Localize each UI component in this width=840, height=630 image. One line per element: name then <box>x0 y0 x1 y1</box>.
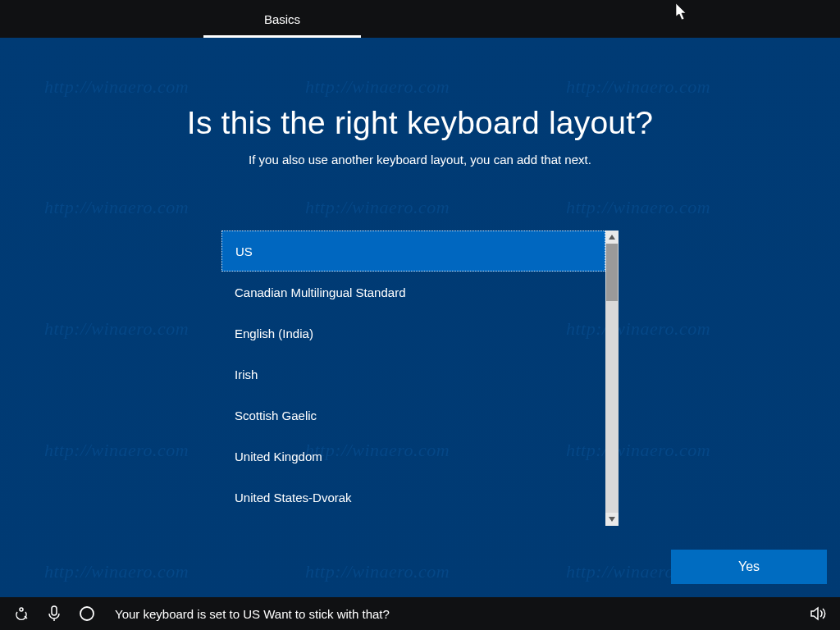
scrollbar-thumb[interactable] <box>606 244 618 301</box>
volume-icon[interactable] <box>809 604 829 623</box>
list-item-label: United States-Dvorak <box>235 491 352 504</box>
list-item-label: United Kingdom <box>235 450 322 463</box>
microphone-icon[interactable] <box>44 604 64 623</box>
yes-button-label: Yes <box>738 559 760 574</box>
keyboard-layout-list-container: US Canadian Multilingual Standard Englis… <box>221 231 619 526</box>
scroll-down-arrow-icon[interactable] <box>605 513 619 526</box>
list-item-label: Irish <box>235 368 258 381</box>
list-item-label: Scottish Gaelic <box>235 409 317 422</box>
page-subtitle: If you also use another keyboard layout,… <box>249 153 591 167</box>
list-item-label: Canadian Multilingual Standard <box>235 285 405 299</box>
svg-rect-1 <box>52 606 57 615</box>
cortana-status-text: Your keyboard is set to US Want to stick… <box>115 607 390 621</box>
list-item-label: US <box>235 244 253 258</box>
list-item[interactable]: United Kingdom <box>221 436 605 477</box>
tab-basics[interactable]: Basics <box>203 0 361 38</box>
svg-point-2 <box>80 607 94 620</box>
page-title: Is this the right keyboard layout? <box>187 105 653 141</box>
yes-button[interactable]: Yes <box>671 550 827 584</box>
list-item[interactable]: English (India) <box>221 313 605 354</box>
scroll-up-arrow-icon[interactable] <box>605 231 619 244</box>
taskbar: Your keyboard is set to US Want to stick… <box>0 597 840 630</box>
main-content: Is this the right keyboard layout? If yo… <box>0 38 840 597</box>
top-tab-strip: Basics <box>0 0 840 38</box>
cortana-icon[interactable] <box>77 604 97 623</box>
keyboard-layout-list[interactable]: US Canadian Multilingual Standard Englis… <box>221 231 605 526</box>
list-item[interactable]: United States-Dvorak <box>221 477 605 518</box>
tab-label: Basics <box>264 12 300 26</box>
svg-point-0 <box>20 608 23 611</box>
oobe-screen: http://winaero.com http://winaero.com ht… <box>0 0 840 630</box>
list-item-label: English (India) <box>235 326 313 340</box>
accessibility-icon[interactable] <box>11 604 31 623</box>
list-item[interactable]: Scottish Gaelic <box>221 395 605 436</box>
scrollbar[interactable] <box>605 231 619 526</box>
list-item[interactable]: US <box>221 231 605 272</box>
list-item[interactable]: Canadian Multilingual Standard <box>221 272 605 313</box>
list-item[interactable]: Irish <box>221 354 605 395</box>
